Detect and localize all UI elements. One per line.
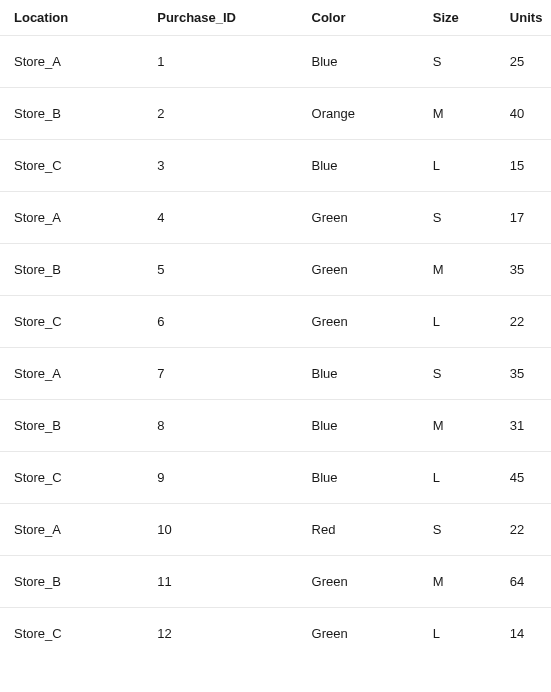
cell-units: 17 bbox=[496, 192, 551, 244]
cell-size: S bbox=[419, 348, 496, 400]
cell-color: Green bbox=[298, 192, 419, 244]
cell-purchase-id: 3 bbox=[143, 140, 297, 192]
cell-location: Store_B bbox=[0, 244, 143, 296]
cell-color: Orange bbox=[298, 88, 419, 140]
cell-size: S bbox=[419, 504, 496, 556]
cell-color: Blue bbox=[298, 140, 419, 192]
cell-location: Store_C bbox=[0, 296, 143, 348]
cell-purchase-id: 1 bbox=[143, 36, 297, 88]
cell-location: Store_A bbox=[0, 504, 143, 556]
cell-purchase-id: 11 bbox=[143, 556, 297, 608]
header-purchase-id: Purchase_ID bbox=[143, 0, 297, 36]
table-header-row: Location Purchase_ID Color Size Units bbox=[0, 0, 551, 36]
cell-location: Store_B bbox=[0, 400, 143, 452]
cell-units: 22 bbox=[496, 504, 551, 556]
cell-location: Store_A bbox=[0, 192, 143, 244]
cell-color: Green bbox=[298, 244, 419, 296]
cell-size: L bbox=[419, 452, 496, 504]
table-row: Store_C12GreenL14 bbox=[0, 608, 551, 660]
cell-purchase-id: 8 bbox=[143, 400, 297, 452]
cell-units: 25 bbox=[496, 36, 551, 88]
cell-color: Green bbox=[298, 556, 419, 608]
data-table: Location Purchase_ID Color Size Units St… bbox=[0, 0, 551, 659]
cell-units: 45 bbox=[496, 452, 551, 504]
cell-purchase-id: 12 bbox=[143, 608, 297, 660]
cell-size: S bbox=[419, 36, 496, 88]
cell-purchase-id: 7 bbox=[143, 348, 297, 400]
cell-purchase-id: 5 bbox=[143, 244, 297, 296]
cell-location: Store_C bbox=[0, 608, 143, 660]
cell-purchase-id: 9 bbox=[143, 452, 297, 504]
table-row: Store_A4GreenS17 bbox=[0, 192, 551, 244]
cell-color: Green bbox=[298, 608, 419, 660]
cell-units: 35 bbox=[496, 244, 551, 296]
cell-size: S bbox=[419, 192, 496, 244]
cell-size: M bbox=[419, 88, 496, 140]
cell-size: M bbox=[419, 556, 496, 608]
cell-location: Store_B bbox=[0, 88, 143, 140]
cell-location: Store_B bbox=[0, 556, 143, 608]
cell-purchase-id: 10 bbox=[143, 504, 297, 556]
header-color: Color bbox=[298, 0, 419, 36]
cell-color: Blue bbox=[298, 348, 419, 400]
header-units: Units bbox=[496, 0, 551, 36]
cell-color: Red bbox=[298, 504, 419, 556]
cell-location: Store_C bbox=[0, 452, 143, 504]
cell-size: L bbox=[419, 140, 496, 192]
table-row: Store_A10RedS22 bbox=[0, 504, 551, 556]
cell-units: 35 bbox=[496, 348, 551, 400]
table-row: Store_C3BlueL15 bbox=[0, 140, 551, 192]
cell-units: 22 bbox=[496, 296, 551, 348]
cell-color: Blue bbox=[298, 452, 419, 504]
cell-purchase-id: 6 bbox=[143, 296, 297, 348]
cell-location: Store_C bbox=[0, 140, 143, 192]
cell-units: 14 bbox=[496, 608, 551, 660]
cell-units: 31 bbox=[496, 400, 551, 452]
cell-size: L bbox=[419, 608, 496, 660]
cell-size: L bbox=[419, 296, 496, 348]
cell-size: M bbox=[419, 400, 496, 452]
cell-units: 40 bbox=[496, 88, 551, 140]
header-size: Size bbox=[419, 0, 496, 36]
cell-units: 64 bbox=[496, 556, 551, 608]
cell-color: Blue bbox=[298, 36, 419, 88]
header-location: Location bbox=[0, 0, 143, 36]
table-row: Store_B2OrangeM40 bbox=[0, 88, 551, 140]
table-row: Store_C9BlueL45 bbox=[0, 452, 551, 504]
table-row: Store_C6GreenL22 bbox=[0, 296, 551, 348]
cell-purchase-id: 2 bbox=[143, 88, 297, 140]
table-row: Store_B11GreenM64 bbox=[0, 556, 551, 608]
table-row: Store_B8BlueM31 bbox=[0, 400, 551, 452]
table-row: Store_B5GreenM35 bbox=[0, 244, 551, 296]
table-row: Store_A7BlueS35 bbox=[0, 348, 551, 400]
table-row: Store_A1BlueS25 bbox=[0, 36, 551, 88]
cell-size: M bbox=[419, 244, 496, 296]
cell-purchase-id: 4 bbox=[143, 192, 297, 244]
cell-units: 15 bbox=[496, 140, 551, 192]
cell-location: Store_A bbox=[0, 348, 143, 400]
cell-location: Store_A bbox=[0, 36, 143, 88]
cell-color: Green bbox=[298, 296, 419, 348]
cell-color: Blue bbox=[298, 400, 419, 452]
